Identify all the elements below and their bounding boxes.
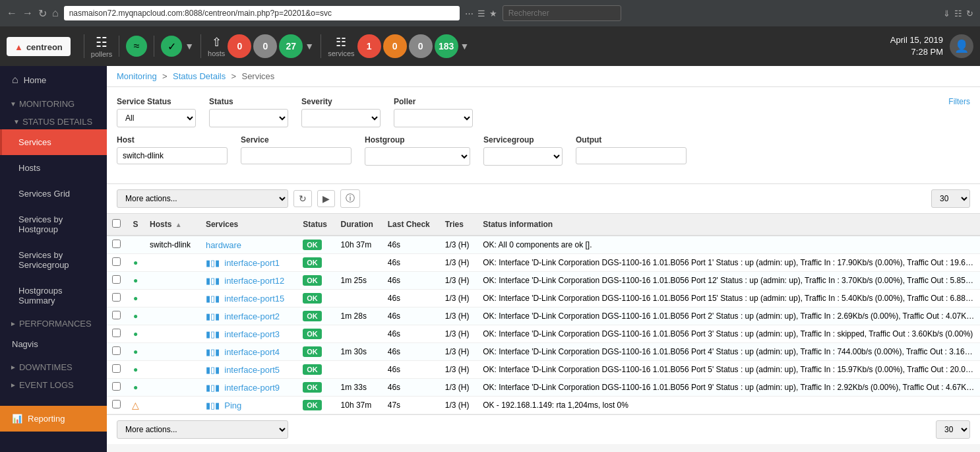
sidebar-section-monitoring[interactable]: ▼ Monitoring (0, 94, 107, 112)
service-link[interactable]: hardware (206, 240, 241, 250)
hosts-dropdown[interactable]: ▼ (305, 41, 314, 51)
sidebar-item-reporting[interactable]: 📊 Reporting (0, 406, 107, 432)
row-checkbox[interactable] (112, 346, 121, 355)
user-avatar[interactable]: 👤 (950, 34, 973, 58)
servicegroup-select[interactable] (483, 147, 563, 166)
graph-icon[interactable]: ▮▯▮ (206, 329, 220, 339)
check-icon-section[interactable]: ✓ ▼ (154, 36, 200, 57)
s-header: S (127, 214, 144, 236)
table-row: switch-dlink hardware OK 10h 37m 46s 1/3… (107, 236, 980, 254)
service-input[interactable] (241, 147, 352, 164)
service-status-select[interactable]: All (117, 109, 196, 127)
check-dropdown[interactable]: ▼ (185, 41, 194, 51)
row-checkbox-cell (107, 272, 127, 290)
service-link[interactable]: interface-port2 (224, 311, 280, 321)
service-link[interactable]: Ping (224, 401, 241, 410)
severity-select[interactable] (301, 109, 381, 127)
sidebar-section-status-details[interactable]: ▼ Status Details (0, 112, 107, 129)
sidebar-item-nagvis[interactable]: Nagvis (0, 331, 107, 357)
filters-link[interactable]: Filters (948, 97, 970, 106)
services-dropdown[interactable]: ▼ (460, 41, 470, 51)
more-actions-select[interactable]: More actions... (117, 189, 288, 208)
sidebar-item-services[interactable]: Services (0, 129, 107, 155)
back-button[interactable]: ← (7, 7, 17, 19)
refresh-action-button[interactable]: ↻ (293, 190, 312, 207)
sidebar-item-hosts[interactable]: Hosts (0, 155, 107, 181)
bottom-more-actions-select[interactable]: More actions... (117, 420, 288, 439)
page-size-select[interactable]: 30 10 20 50 100 (931, 189, 970, 208)
breadcrumb-monitoring[interactable]: Monitoring (117, 71, 157, 81)
row-s-cell: ● (127, 325, 144, 343)
output-input[interactable] (576, 147, 687, 164)
status-select[interactable] (209, 109, 288, 127)
bottom-page-size-select[interactable]: 30 10 20 50 (936, 420, 970, 439)
home-button[interactable]: ⌂ (52, 7, 59, 19)
row-tries: 1/3 (H) (440, 379, 477, 397)
graph-icon[interactable]: ▮▯▮ (206, 401, 220, 410)
last-check-header[interactable]: Last Check (383, 214, 440, 236)
poller-select[interactable] (394, 109, 473, 127)
sidebar-section-event-logs[interactable]: ► Event Logs (0, 375, 107, 393)
row-tries: 1/3 (H) (440, 361, 477, 379)
service-link[interactable]: interface-port4 (224, 347, 280, 357)
graph-icon[interactable]: ▮▯▮ (206, 276, 220, 286)
servicegroup-label: Servicegroup (483, 135, 563, 145)
sidebar-item-services-by-hostgroup[interactable]: Services by Hostgroup (0, 207, 107, 242)
service-link[interactable]: interface-port3 (224, 329, 280, 339)
row-checkbox[interactable] (112, 311, 121, 319)
graph-icon[interactable]: ▮▯▮ (206, 347, 220, 357)
ok-dot: ● (133, 258, 138, 267)
row-checkbox[interactable] (112, 275, 121, 284)
duration-header[interactable]: Duration (336, 214, 383, 236)
info-action-button[interactable]: ⓘ (340, 189, 360, 208)
pollers-button[interactable]: ☷ pollers (91, 34, 112, 58)
row-checkbox[interactable] (112, 382, 121, 391)
url-bar[interactable]: nasmaison72.myqnapcloud.com:8088/centreo… (64, 6, 460, 20)
row-checkbox[interactable] (112, 293, 121, 302)
row-checkbox[interactable] (112, 257, 121, 266)
db-icon-section[interactable]: ≈ (119, 36, 154, 57)
row-checkbox[interactable] (112, 400, 121, 408)
service-link[interactable]: interface-port1 (224, 258, 280, 268)
tries-header[interactable]: Tries (440, 214, 477, 236)
forward-button[interactable]: → (22, 7, 33, 19)
sidebar-item-home[interactable]: ⌂ Home (0, 66, 107, 94)
graph-icon[interactable]: ▮▯▮ (206, 365, 220, 375)
graph-icon[interactable]: ▮▯▮ (206, 311, 220, 321)
select-all-checkbox[interactable] (112, 219, 121, 228)
breadcrumb-status-details[interactable]: Status Details (173, 71, 226, 81)
sidebar-item-hostgroups-summary[interactable]: Hostgroups Summary (0, 278, 107, 313)
play-action-button[interactable]: ▶ (317, 190, 335, 207)
host-input[interactable] (117, 147, 228, 164)
app-header: ▲ centreon ☷ pollers ≈ ✓ ▼ ⇧ hosts 0 0 2… (0, 26, 980, 66)
sidebar-section-downtimes[interactable]: ► Downtimes (0, 357, 107, 375)
graph-icon[interactable]: ▮▯▮ (206, 294, 220, 304)
row-checkbox[interactable] (112, 329, 121, 337)
refresh-button[interactable]: ↻ (38, 7, 47, 20)
graph-icon[interactable]: ▮▯▮ (206, 258, 220, 268)
service-link[interactable]: interface-port9 (224, 383, 280, 393)
status-info-header[interactable]: Status information (477, 214, 980, 236)
row-checkbox[interactable] (112, 364, 121, 373)
status-badge: OK (303, 364, 322, 375)
sidebar-section-performances[interactable]: ► Performances (0, 313, 107, 331)
row-host (144, 361, 200, 379)
row-checkbox-cell (107, 361, 127, 379)
service-link[interactable]: interface-port15 (224, 294, 284, 304)
status-header[interactable]: Status (297, 214, 335, 236)
row-duration: 1m 30s (336, 343, 383, 361)
sidebar-item-services-grid[interactable]: Services Grid (0, 181, 107, 207)
services-header[interactable]: Services (200, 214, 297, 236)
hosts-header[interactable]: Hosts ▲ (144, 214, 200, 236)
graph-icon[interactable]: ▮▯▮ (206, 383, 220, 393)
download-icon: ⇓ (943, 9, 950, 18)
row-checkbox[interactable] (112, 240, 121, 248)
filter-output: Output (576, 135, 687, 164)
ok-dot: ● (133, 365, 138, 374)
service-link[interactable]: interface-port12 (224, 276, 284, 286)
hosts-badge-gray: 0 (253, 34, 277, 58)
service-link[interactable]: interface-port5 (224, 365, 280, 375)
browser-search[interactable] (503, 5, 621, 21)
sidebar-item-services-by-servicegroup[interactable]: Services by Servicegroup (0, 242, 107, 278)
hostgroup-select[interactable] (365, 147, 470, 166)
